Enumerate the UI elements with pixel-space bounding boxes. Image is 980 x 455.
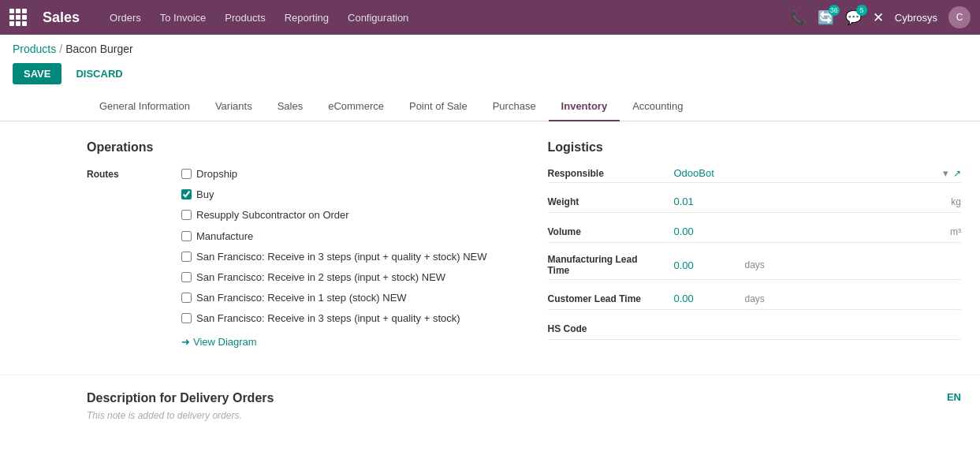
volume-unit: m³ — [950, 226, 961, 237]
tab-variants[interactable]: Variants — [203, 92, 265, 121]
weight-label: Weight — [548, 196, 674, 207]
checkbox-sf-3step-quality-input[interactable] — [181, 252, 192, 262]
checkbox-list: Dropship Buy Resupply Subcontractor on O… — [181, 167, 501, 326]
nav-to-invoice[interactable]: To Invoice — [152, 7, 214, 28]
lang-badge[interactable]: EN — [947, 391, 961, 403]
checkbox-resupply-input[interactable] — [181, 210, 192, 220]
operations-title: Operations — [87, 140, 501, 155]
description-title: Description for Delivery Orders — [87, 391, 961, 405]
tab-general-information[interactable]: General Information — [87, 92, 203, 121]
checkbox-dropship-input[interactable] — [181, 169, 192, 179]
chat-badge: 5 — [856, 5, 867, 16]
action-bar: SAVE DISCARD — [0, 60, 980, 92]
breadcrumb-current: Bacon Burger — [65, 43, 133, 55]
logistics-section: Logistics Responsible OdooBot ▾ ↗ Weight… — [548, 140, 962, 356]
checkbox-dropship[interactable]: Dropship — [181, 167, 501, 181]
nav-reporting[interactable]: Reporting — [277, 7, 337, 28]
customer-lead-time-row: Customer Lead Time days — [548, 291, 962, 310]
weight-input[interactable] — [674, 194, 944, 209]
checkbox-manufacture[interactable]: Manufacture — [181, 229, 501, 244]
discard-button[interactable]: DISCARD — [68, 63, 130, 84]
mfg-lead-time-row: Manufacturing LeadTime days — [548, 254, 962, 280]
tab-point-of-sale[interactable]: Point of Sale — [397, 92, 480, 121]
checkbox-sf-3step-quality-label: San Francisco: Receive in 3 steps (input… — [196, 250, 487, 264]
user-menu[interactable]: Cybrosys — [895, 12, 937, 24]
description-hint: This note is added to delivery orders. — [87, 410, 961, 421]
brand-name: Sales — [43, 9, 80, 26]
tab-accounting[interactable]: Accounting — [620, 92, 695, 121]
responsible-value: OdooBot ▾ ↗ — [674, 167, 962, 179]
routes-checkboxes: Dropship Buy Resupply Subcontractor on O… — [181, 167, 501, 348]
customer-lead-time-label: Customer Lead Time — [548, 293, 674, 304]
clock-icon[interactable]: 🔄 36 — [818, 9, 834, 26]
nav-products[interactable]: Products — [217, 7, 273, 28]
checkbox-resupply-label: Resupply Subcontractor on Order — [196, 208, 349, 222]
routes-field-row: Routes Dropship Buy Resupply — [87, 167, 501, 348]
responsible-row: Responsible OdooBot ▾ ↗ — [548, 167, 962, 183]
hs-code-label: HS Code — [548, 323, 674, 334]
checkbox-sf-3step-label: San Francisco: Receive in 3 steps (input… — [196, 311, 460, 326]
mfg-lead-time-label: Manufacturing LeadTime — [548, 254, 674, 276]
checkbox-dropship-label: Dropship — [196, 167, 237, 181]
weight-value: kg — [674, 194, 962, 209]
breadcrumb-parent[interactable]: Products — [13, 43, 56, 55]
checkbox-sf-1step-input[interactable] — [181, 293, 192, 303]
checkbox-manufacture-input[interactable] — [181, 231, 192, 241]
checkbox-sf-3step-input[interactable] — [181, 313, 192, 323]
tab-purchase[interactable]: Purchase — [480, 92, 549, 121]
arrow-right-icon: ➜ — [181, 336, 190, 348]
checkbox-sf-3step[interactable]: San Francisco: Receive in 3 steps (input… — [181, 311, 501, 326]
nav-links: Orders To Invoice Products Reporting Con… — [102, 7, 416, 28]
tab-inventory[interactable]: Inventory — [549, 92, 620, 121]
hs-code-value — [674, 321, 962, 336]
operations-section: Operations Routes Dropship Buy — [87, 140, 501, 356]
customer-lead-time-unit: days — [745, 293, 765, 304]
nav-orders[interactable]: Orders — [102, 7, 149, 28]
checkbox-buy[interactable]: Buy — [181, 188, 501, 202]
checkbox-buy-label: Buy — [196, 188, 214, 202]
routes-label: Routes — [87, 167, 181, 180]
user-avatar[interactable]: C — [948, 6, 971, 28]
description-section: EN Description for Delivery Orders This … — [0, 375, 980, 437]
phone-icon[interactable]: 📞 — [790, 9, 807, 26]
view-diagram-link[interactable]: ➜ View Diagram — [181, 336, 257, 348]
volume-input[interactable] — [674, 224, 943, 239]
checkbox-sf-2step[interactable]: San Francisco: Receive in 2 steps (input… — [181, 270, 501, 285]
hs-code-row: HS Code — [548, 321, 962, 340]
hs-code-input[interactable] — [674, 321, 962, 336]
responsible-label: Responsible — [548, 168, 674, 179]
tab-ecommerce[interactable]: eCommerce — [315, 92, 397, 121]
checkbox-sf-1step-label: San Francisco: Receive in 1 step (stock)… — [196, 291, 407, 305]
mfg-lead-time-input[interactable] — [674, 258, 737, 273]
volume-label: Volume — [548, 226, 674, 237]
checkbox-sf-2step-label: San Francisco: Receive in 2 steps (input… — [196, 270, 445, 285]
weight-unit: kg — [951, 196, 961, 207]
checkbox-buy-input[interactable] — [181, 189, 192, 200]
breadcrumb-separator: / — [59, 43, 62, 55]
nav-configuration[interactable]: Configuration — [340, 7, 416, 28]
logistics-title: Logistics — [548, 140, 962, 155]
volume-row: Volume m³ — [548, 224, 962, 243]
nav-right: 📞 🔄 36 💬 5 ✕ Cybrosys C — [790, 6, 971, 28]
tab-content-inventory: Operations Routes Dropship Buy — [0, 121, 980, 375]
checkbox-resupply[interactable]: Resupply Subcontractor on Order — [181, 208, 501, 222]
save-button[interactable]: SAVE — [13, 63, 61, 84]
responsible-dropdown-icon[interactable]: ▾ — [943, 167, 948, 179]
responsible-external-link-icon[interactable]: ↗ — [953, 168, 961, 179]
checkbox-sf-3step-quality[interactable]: San Francisco: Receive in 3 steps (input… — [181, 250, 501, 264]
clock-badge: 36 — [829, 5, 840, 16]
weight-row: Weight kg — [548, 194, 962, 213]
tabs-container: General Information Variants Sales eComm… — [0, 92, 980, 121]
customer-lead-time-input[interactable] — [674, 291, 737, 306]
customer-lead-time-value: days — [674, 291, 962, 306]
mfg-lead-time-value: days — [674, 258, 962, 273]
checkbox-sf-2step-input[interactable] — [181, 272, 192, 282]
breadcrumb: Products / Bacon Burger — [0, 35, 980, 60]
responsible-text: OdooBot — [674, 167, 939, 179]
close-icon[interactable]: ✕ — [873, 9, 884, 26]
checkbox-manufacture-label: Manufacture — [196, 229, 253, 244]
app-grid-icon[interactable] — [9, 9, 27, 26]
chat-icon[interactable]: 💬 5 — [845, 9, 862, 26]
tab-sales[interactable]: Sales — [265, 92, 316, 121]
checkbox-sf-1step[interactable]: San Francisco: Receive in 1 step (stock)… — [181, 291, 501, 305]
